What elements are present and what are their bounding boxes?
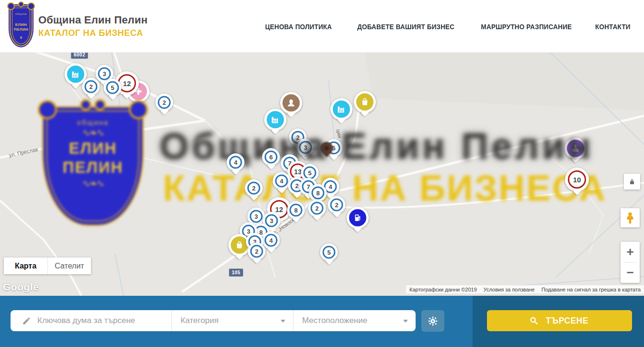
logo-text: Община Елин Пелин КАТАЛОГ НА БИЗНЕСА bbox=[38, 14, 147, 38]
factory-icon bbox=[67, 66, 84, 83]
cluster-count: 8 bbox=[290, 204, 303, 217]
map-cluster-marker[interactable]: 2 bbox=[328, 196, 346, 214]
page: община ЕЛИН ПЕЛИН ❦ Община Елин Пелин КА… bbox=[0, 0, 644, 347]
report-error-link[interactable]: Подаване на сигнал за грешка в картата bbox=[538, 287, 644, 292]
map-type-satellite-button[interactable]: Сателит bbox=[47, 257, 91, 274]
google-map[interactable]: ул. Преславбул. „Новоселции6002105 32512… bbox=[0, 53, 644, 296]
cluster-count: 5 bbox=[106, 81, 119, 94]
nav-item-route-schedule[interactable]: МАРШРУТНО РАЗПИСАНИЕ bbox=[481, 22, 572, 31]
zoom-in-button[interactable]: + bbox=[621, 242, 640, 262]
map-cluster-marker[interactable]: 6 bbox=[262, 148, 280, 166]
map-cluster-marker[interactable]: 2 bbox=[82, 78, 100, 96]
map-attribution: Картографски данни ©2019 Условия за полз… bbox=[406, 285, 644, 293]
map-cluster-marker[interactable]: 4 bbox=[227, 154, 245, 171]
map-marker-worker[interactable] bbox=[280, 92, 302, 114]
factory-icon bbox=[333, 101, 350, 118]
search-input-group: Категория Местоположение bbox=[11, 310, 416, 331]
cluster-count: 5 bbox=[304, 167, 316, 179]
cluster-count: 3 bbox=[250, 210, 263, 223]
road-badge: 105 bbox=[229, 269, 243, 277]
cluster-count: 4 bbox=[275, 175, 288, 188]
emblem-small-text: община bbox=[11, 12, 32, 15]
nav-item-pricing[interactable]: ЦЕНОВА ПОЛИТИКА bbox=[265, 22, 332, 31]
header: община ЕЛИН ПЕЛИН ❦ Община Елин Пелин КА… bbox=[0, 0, 644, 53]
search-icon bbox=[529, 316, 539, 325]
cluster-count: 5 bbox=[323, 246, 336, 259]
cluster-count: 4 bbox=[265, 234, 278, 247]
category-select[interactable]: Категория bbox=[171, 310, 293, 331]
cluster-count: 2 bbox=[248, 182, 260, 195]
cluster-count: 2 bbox=[330, 199, 343, 212]
cluster-count: 6 bbox=[265, 151, 278, 164]
road-badge: 6002 bbox=[71, 53, 88, 59]
worker-icon bbox=[282, 94, 300, 112]
bag-icon bbox=[356, 93, 373, 111]
cluster-count: 4 bbox=[229, 156, 242, 169]
map-cluster-marker[interactable]: 5 bbox=[104, 79, 122, 97]
cluster-count: 2 bbox=[85, 80, 98, 93]
zoom-control: + − bbox=[621, 242, 640, 283]
lock-icon bbox=[628, 178, 636, 186]
location-select[interactable]: Местоположение bbox=[293, 310, 416, 331]
map-cluster-marker[interactable]: 8 bbox=[287, 201, 305, 219]
keyword-search-input[interactable] bbox=[37, 316, 167, 325]
attribution-copyright: Картографски данни ©2019 bbox=[406, 287, 480, 292]
search-button-label: ТЪРСЕНЕ bbox=[546, 315, 588, 326]
site-title: Община Елин Пелин bbox=[38, 14, 147, 26]
category-select-label: Категория bbox=[181, 316, 218, 325]
search-bar: Категория Местоположение bbox=[0, 296, 644, 347]
location-select-label: Местоположение bbox=[302, 316, 367, 325]
cluster-count: 2 bbox=[158, 96, 171, 109]
map-marker-fuel[interactable] bbox=[347, 207, 369, 229]
cluster-count: 10 bbox=[568, 170, 586, 189]
keyword-segment bbox=[11, 310, 171, 331]
google-logo[interactable]: Google bbox=[3, 281, 39, 293]
map-cluster-marker[interactable]: 2 bbox=[248, 243, 266, 260]
bag-icon bbox=[231, 236, 248, 254]
map-marker-factory[interactable] bbox=[330, 98, 352, 120]
cluster-count: 2 bbox=[311, 202, 324, 215]
map-type-map-button[interactable]: Карта bbox=[4, 257, 47, 274]
pencil-icon bbox=[22, 316, 31, 325]
map-cluster-marker[interactable]: 4 bbox=[262, 232, 280, 249]
pegman-icon bbox=[624, 212, 636, 224]
gear-icon bbox=[427, 315, 439, 327]
map-cluster-marker[interactable]: 2 bbox=[308, 200, 326, 217]
nav-item-add-business[interactable]: ДОБАВЕТЕ ВАШИЯТ БИЗНЕС bbox=[357, 22, 454, 31]
main-nav: ЦЕНОВА ПОЛИТИКА ДОБАВЕТЕ ВАШИЯТ БИЗНЕС М… bbox=[261, 0, 633, 53]
lock-button[interactable] bbox=[624, 174, 640, 190]
map-cluster-marker[interactable]: 5 bbox=[320, 244, 338, 261]
municipality-emblem-icon: община ЕЛИН ПЕЛИН ❦ bbox=[10, 5, 33, 46]
cluster-count: 3 bbox=[98, 67, 111, 80]
watermark-subtitle: КАТАЛОГ НА БИЗНЕСА bbox=[163, 167, 607, 209]
advanced-settings-button[interactable] bbox=[421, 310, 444, 332]
pegman-button[interactable] bbox=[621, 208, 640, 227]
watermark-title: Община Елин Пелин bbox=[159, 125, 594, 168]
nav-item-contacts[interactable]: КОНТАКТИ bbox=[595, 22, 631, 31]
map-cluster-marker[interactable]: 10 bbox=[565, 168, 589, 191]
fuel-icon bbox=[349, 209, 366, 226]
map-cluster-marker[interactable]: 2 bbox=[156, 94, 173, 112]
cluster-count: 8 bbox=[312, 187, 325, 200]
map-type-control: Карта Сателит bbox=[4, 257, 91, 274]
site-subtitle: КАТАЛОГ НА БИЗНЕСА bbox=[38, 28, 144, 38]
zoom-out-button[interactable]: − bbox=[621, 263, 640, 283]
chevron-down-icon bbox=[403, 320, 408, 323]
terms-link[interactable]: Условия за ползване bbox=[480, 287, 538, 292]
cluster-count: 2 bbox=[250, 245, 263, 258]
chevron-down-icon bbox=[281, 320, 285, 323]
map-cluster-marker[interactable]: 2 bbox=[245, 179, 263, 197]
search-button[interactable]: ТЪРСЕНЕ bbox=[487, 310, 632, 331]
site-logo[interactable]: община ЕЛИН ПЕЛИН ❦ Община Елин Пелин КА… bbox=[10, 5, 147, 46]
map-marker-bag[interactable] bbox=[354, 91, 376, 113]
